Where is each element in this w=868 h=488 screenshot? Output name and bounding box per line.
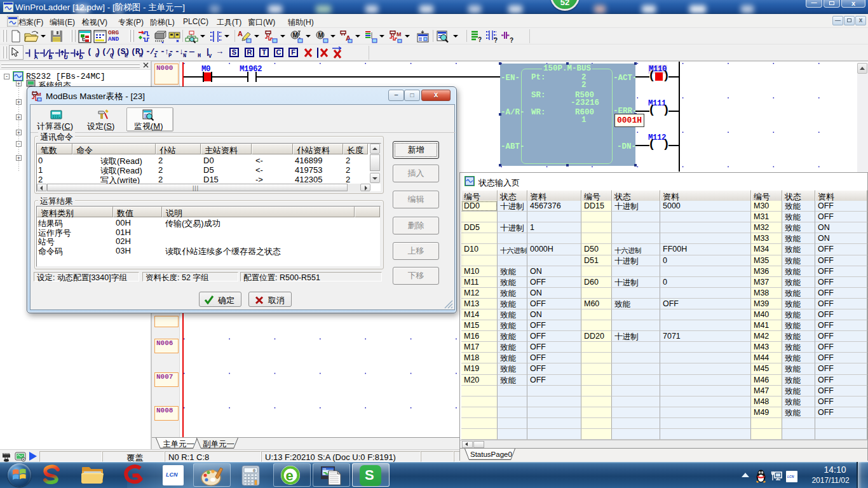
svg-text:B: B — [49, 54, 53, 59]
svg-text:D: D — [79, 54, 83, 59]
svg-text:U: U — [64, 54, 68, 59]
svg-text:M: M — [397, 31, 402, 37]
svg-text:?: ? — [510, 37, 513, 43]
svg-text:A: A — [34, 54, 38, 59]
svg-text:?: ? — [494, 37, 498, 43]
svg-text:?: ? — [478, 36, 482, 43]
svg-text:e: e — [286, 468, 294, 484]
svg-text:0: 0 — [253, 468, 255, 473]
svg-text:M: M — [293, 32, 298, 39]
svg-text:A: A — [238, 30, 243, 37]
svg-text:M: M — [37, 92, 41, 97]
svg-text:M: M — [318, 32, 323, 39]
svg-text:MB: MB — [323, 468, 326, 470]
